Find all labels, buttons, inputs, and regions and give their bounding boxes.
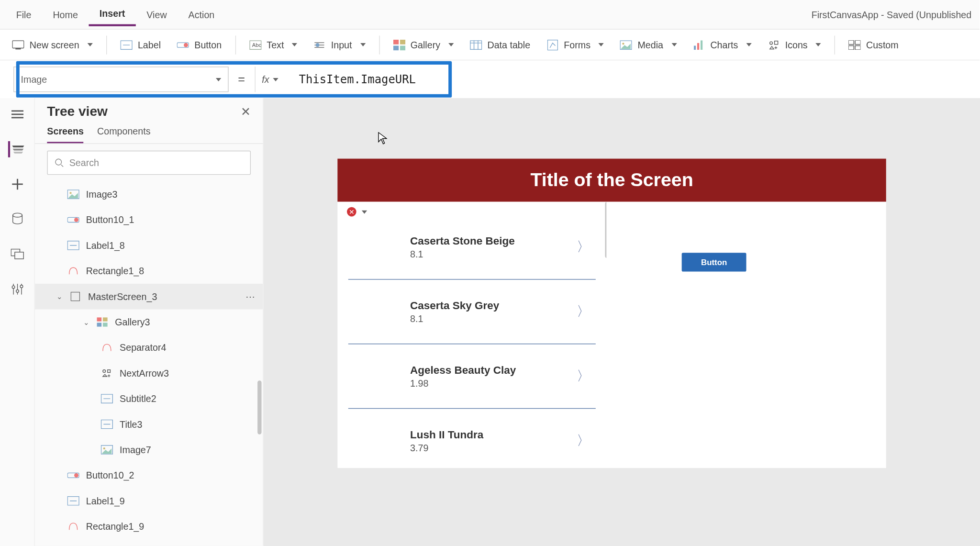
tree-node-label: Button10_1 <box>86 214 134 225</box>
svg-rect-23 <box>693 45 695 49</box>
ribbon-datatable-label: Data table <box>487 39 530 50</box>
tree-node-MasterScreen_3[interactable]: ⌄MasterScreen_3⋯ <box>35 284 263 309</box>
equals-sign: = <box>238 72 245 87</box>
tree-node-Title3[interactable]: Title3 <box>35 412 263 437</box>
screen-icon <box>12 39 24 51</box>
ribbon-text[interactable]: Abc Text <box>243 34 304 55</box>
gallery-thumb <box>348 419 402 462</box>
menu-file[interactable]: File <box>5 4 42 25</box>
svg-rect-20 <box>547 40 557 50</box>
screen-title: Title of the Screen <box>337 159 886 202</box>
chevron-right-icon[interactable]: 〉 <box>571 238 596 256</box>
tree-node-Image7[interactable]: Image7 <box>35 437 263 462</box>
tree-node-Label1_8[interactable]: Label1_8 <box>35 233 263 258</box>
ribbon-charts[interactable]: Charts <box>686 34 758 55</box>
chevron-right-icon[interactable]: 〉 <box>571 432 596 450</box>
ribbon-icons[interactable]: Icons <box>761 34 828 55</box>
gallery-icon <box>393 39 405 51</box>
svg-point-5 <box>184 43 188 47</box>
tree-node-Rectangle1_8[interactable]: Rectangle1_8 <box>35 258 263 284</box>
ribbon-custom[interactable]: Custom <box>842 34 905 55</box>
ribbon-input[interactable]: Input <box>307 34 372 55</box>
error-indicator[interactable]: ✕ <box>347 207 367 217</box>
search-input[interactable]: Search <box>47 151 251 175</box>
svg-point-46 <box>56 159 62 165</box>
chevron-right-icon[interactable]: 〉 <box>571 302 596 321</box>
property-selector-value: Image <box>21 74 47 85</box>
menu-insert[interactable]: Insert <box>89 3 136 26</box>
svg-rect-12 <box>393 39 398 44</box>
tree-node-Gallery3[interactable]: ⌄Gallery3 <box>35 309 263 334</box>
ribbon-media[interactable]: Media <box>613 34 683 55</box>
tree-node-Rectangle1_9[interactable]: Rectangle1_9 <box>35 513 263 539</box>
menu-action[interactable]: Action <box>178 4 225 25</box>
tree-node-label: Image7 <box>120 445 151 455</box>
tree-node-Label1_9[interactable]: Label1_9 <box>35 488 263 513</box>
gallery-item-subtitle: 8.1 <box>410 313 563 323</box>
cursor-icon <box>378 132 388 145</box>
close-icon[interactable]: ✕ <box>241 104 251 119</box>
label-icon <box>67 495 79 506</box>
settings-icon[interactable] <box>9 281 25 297</box>
ribbon-datatable[interactable]: Data table <box>463 34 537 55</box>
tab-components[interactable]: Components <box>97 126 151 144</box>
tree-view-icon[interactable] <box>8 141 24 157</box>
error-icon: ✕ <box>347 207 356 217</box>
ribbon-media-label: Media <box>637 39 663 50</box>
hamburger-icon[interactable] <box>9 106 25 123</box>
scrollbar[interactable] <box>605 202 607 258</box>
gallery-item-subtitle: 3.79 <box>410 442 563 453</box>
ribbon-button[interactable]: Button <box>170 34 229 55</box>
tree-node-Separator4[interactable]: Separator4 <box>35 335 263 360</box>
icons-icon <box>768 39 780 51</box>
menubar: File Home Insert View Action FirstCanvas… <box>0 0 980 30</box>
nexticon-icon <box>101 368 113 379</box>
separator <box>835 35 835 54</box>
chevron-down-icon <box>292 43 297 46</box>
fx-button[interactable]: fx <box>255 67 292 92</box>
formula-input[interactable] <box>292 67 975 92</box>
label-icon <box>67 240 79 251</box>
add-icon[interactable] <box>9 176 25 192</box>
menu-view[interactable]: View <box>136 4 178 25</box>
tab-screens[interactable]: Screens <box>47 126 84 144</box>
tree-node-Button10_1[interactable]: Button10_1 <box>35 207 263 233</box>
ribbon-forms[interactable]: Forms <box>540 34 611 55</box>
chevron-right-icon[interactable]: 〉 <box>571 367 596 385</box>
ribbon-gallery-label: Gallery <box>411 39 440 50</box>
ribbon-gallery[interactable]: Gallery <box>386 34 460 55</box>
property-selector[interactable]: Image <box>13 67 229 92</box>
menu-home[interactable]: Home <box>42 4 89 25</box>
ribbon-new-screen[interactable]: New screen <box>5 34 100 55</box>
gallery-item-title: Lush II Tundra <box>410 429 563 441</box>
more-icon[interactable]: ⋯ <box>245 291 255 301</box>
svg-rect-1 <box>15 48 21 49</box>
gallery[interactable]: ✕ Caserta Stone Beige8.1〉Caserta Sky Gre… <box>337 202 606 468</box>
gallery-item[interactable]: Ageless Beauty Clay1.98〉 <box>348 344 596 409</box>
gallery-item[interactable]: Lush II Tundra3.79〉 <box>348 409 596 468</box>
gallery-item[interactable]: Caserta Sky Grey8.1〉 <box>348 279 596 344</box>
canvas: Title of the Screen ✕ Caserta Stone Beig… <box>264 98 980 546</box>
tree-node-Image3[interactable]: Image3 <box>35 181 263 207</box>
gallery-item-title: Caserta Sky Grey <box>410 300 563 312</box>
svg-rect-55 <box>97 317 101 321</box>
canvas-button[interactable]: Button <box>682 253 746 271</box>
scrollbar[interactable] <box>257 380 261 434</box>
gallery-thumb <box>348 225 402 268</box>
label-icon <box>101 419 113 429</box>
tree-node-Subtitle2[interactable]: Subtitle2 <box>35 386 263 411</box>
svg-rect-30 <box>848 45 854 49</box>
svg-rect-54 <box>71 292 79 301</box>
data-icon[interactable] <box>9 211 25 227</box>
ribbon-label[interactable]: Label <box>113 34 167 55</box>
text-icon: Abc <box>249 39 261 51</box>
tree-node-NextArrow3[interactable]: NextArrow3 <box>35 360 263 386</box>
svg-rect-56 <box>103 317 108 321</box>
gallery-item-subtitle: 8.1 <box>410 248 563 259</box>
gallery-item[interactable]: Caserta Stone Beige8.1〉 <box>348 215 596 280</box>
tree-node-Button10_2[interactable]: Button10_2 <box>35 463 263 488</box>
svg-point-26 <box>769 41 772 44</box>
svg-rect-39 <box>14 252 23 259</box>
monitor-icon[interactable] <box>9 246 25 262</box>
tree-node-label: NextArrow3 <box>120 368 169 379</box>
